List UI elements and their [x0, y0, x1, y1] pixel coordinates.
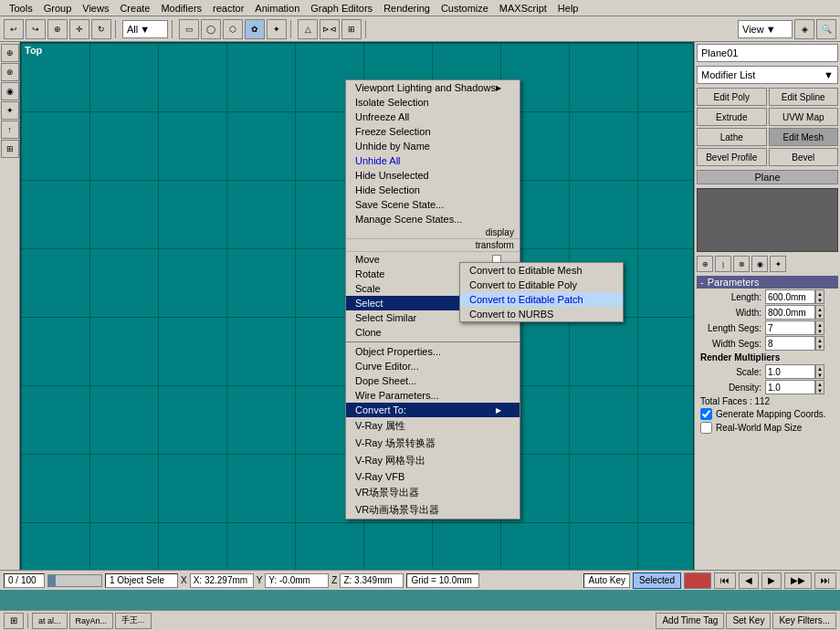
- select-button[interactable]: ⊕: [47, 19, 68, 39]
- ctx-curve-editor[interactable]: Curve Editor...: [346, 359, 520, 373]
- real-world-map-checkbox[interactable]: [700, 422, 712, 434]
- ctx-vray-scene-converter[interactable]: V-Ray 场景转换器: [346, 435, 520, 452]
- left-tool-1[interactable]: ⊕: [1, 44, 19, 62]
- ctx-unhide-by-name[interactable]: Unhide by Name: [346, 139, 520, 153]
- left-tool-2[interactable]: ⊗: [1, 63, 19, 81]
- length-spin[interactable]: ▲ ▼: [815, 289, 824, 304]
- scale-value[interactable]: 1.0: [765, 364, 815, 379]
- taskbar-item-1[interactable]: at al...: [32, 613, 68, 629]
- menu-modifiers[interactable]: Modifiers: [155, 0, 207, 16]
- taskbar-item-2[interactable]: RayAn...: [69, 613, 114, 629]
- length-spin-down[interactable]: ▼: [816, 297, 824, 303]
- width-segs-spin[interactable]: ▲ ▼: [815, 336, 824, 351]
- menu-group[interactable]: Group: [38, 0, 78, 16]
- sub-ctx-editable-poly[interactable]: Convert to Editable Poly: [460, 278, 623, 292]
- panel-icon-5[interactable]: ✦: [770, 256, 786, 272]
- y-coord[interactable]: Y: -0.0mm: [265, 573, 329, 588]
- key-filters-btn[interactable]: ⏮: [714, 572, 736, 589]
- taskbar-item-3[interactable]: 手王...: [115, 613, 152, 629]
- next-frame-btn[interactable]: ▶▶: [784, 572, 812, 589]
- menu-customize[interactable]: Customize: [436, 0, 494, 16]
- ctx-vray-attr[interactable]: V-Ray 属性: [346, 417, 520, 435]
- play-btn[interactable]: ▶: [761, 572, 782, 589]
- ctx-viewport-lighting[interactable]: Viewport Lighting and Shadows ▶: [346, 80, 520, 95]
- panel-icon-3[interactable]: ⊗: [733, 256, 750, 272]
- last-frame-btn[interactable]: ⏭: [814, 572, 836, 589]
- menu-reactor[interactable]: reactor: [207, 0, 249, 16]
- ctx-wire-parameters[interactable]: Wire Parameters...: [346, 388, 520, 403]
- sub-ctx-editable-patch[interactable]: Convert to Editable Patch: [460, 292, 623, 307]
- ctx-object-properties[interactable]: Object Properties...: [346, 344, 520, 359]
- edit-spline-btn[interactable]: Edit Spline: [769, 88, 839, 106]
- scale-spin[interactable]: ▲ ▼: [815, 364, 824, 379]
- start-button[interactable]: ⊞: [4, 613, 24, 629]
- select-rect-button[interactable]: ▭: [179, 19, 199, 39]
- select-fence-button[interactable]: ⬡: [223, 19, 243, 39]
- ctx-hide-selection[interactable]: Hide Selection: [346, 183, 520, 197]
- density-spin[interactable]: ▲ ▼: [815, 380, 824, 394]
- length-segs-spin[interactable]: ▲ ▼: [815, 320, 824, 335]
- width-spin-up[interactable]: ▲: [816, 306, 824, 312]
- width-segs-value[interactable]: 8: [765, 336, 815, 351]
- undo-button[interactable]: ↩: [4, 19, 24, 39]
- key-filters-btn2[interactable]: Key Filters...: [772, 613, 836, 629]
- sub-ctx-editable-mesh[interactable]: Convert to Editable Mesh: [460, 263, 623, 278]
- density-spin-down[interactable]: ▼: [816, 387, 824, 394]
- menu-maxscript[interactable]: MAXScript: [494, 0, 552, 16]
- panel-icon-2[interactable]: |: [715, 256, 731, 272]
- width-spin[interactable]: ▲ ▼: [815, 305, 824, 320]
- ctx-dope-sheet[interactable]: Dope Sheet...: [346, 373, 520, 388]
- ctx-vr-scene-export[interactable]: VR场景导出器: [346, 484, 520, 501]
- menu-create[interactable]: Create: [114, 0, 155, 16]
- length-spin-up[interactable]: ▲: [816, 290, 824, 297]
- array-button[interactable]: ⊞: [341, 19, 362, 39]
- move-button[interactable]: ✛: [69, 19, 89, 39]
- ctx-freeze-selection[interactable]: Freeze Selection: [346, 124, 520, 139]
- viewport[interactable]: Top Viewport Lighting and Shadows ▶ Isol…: [20, 42, 694, 590]
- panel-icon-4[interactable]: ◉: [751, 256, 768, 272]
- ctx-isolate-selection[interactable]: Isolate Selection: [346, 95, 520, 110]
- scale-spin-up[interactable]: ▲: [816, 365, 824, 372]
- ctx-manage-scene-states[interactable]: Manage Scene States...: [346, 212, 520, 226]
- density-value[interactable]: 1.0: [765, 380, 815, 394]
- gen-mapping-coords-checkbox[interactable]: [700, 408, 712, 420]
- bevel-profile-btn[interactable]: Bevel Profile: [697, 148, 767, 166]
- left-tool-6[interactable]: ⊞: [1, 140, 19, 158]
- ctx-vray-mesh-export[interactable]: V-Ray 网格导出: [346, 452, 520, 469]
- width-spin-down[interactable]: ▼: [816, 312, 824, 319]
- ctx-unhide-all[interactable]: Unhide All: [346, 153, 520, 168]
- ctx-save-scene-state[interactable]: Save Scene State...: [346, 197, 520, 212]
- zoom-button[interactable]: 🔍: [816, 19, 836, 39]
- ctx-vray-vfb[interactable]: V-Ray VFB: [346, 469, 520, 484]
- add-time-tag-btn[interactable]: Add Time Tag: [656, 613, 724, 629]
- menu-help[interactable]: Help: [552, 0, 584, 16]
- bevel-btn[interactable]: Bevel: [769, 148, 839, 166]
- panel-icon-1[interactable]: ⊕: [697, 256, 713, 272]
- menu-animation[interactable]: Animation: [249, 0, 305, 16]
- prev-frame-btn[interactable]: ◀: [739, 572, 759, 589]
- left-tool-5[interactable]: ↑: [1, 121, 19, 139]
- selected-status[interactable]: Selected: [633, 572, 681, 589]
- filter-dropdown[interactable]: All ▼: [122, 20, 168, 38]
- time-slider[interactable]: [47, 574, 102, 587]
- left-tool-4[interactable]: ✦: [1, 101, 19, 120]
- animate-button[interactable]: [684, 572, 711, 589]
- uvw-map-btn[interactable]: UVW Map: [769, 108, 839, 126]
- redo-button[interactable]: ↪: [26, 19, 46, 39]
- ctx-unfreeze-all[interactable]: Unfreeze All: [346, 110, 520, 124]
- ctx-hide-unselected[interactable]: Hide Unselected: [346, 168, 520, 183]
- width-segs-spin-up[interactable]: ▲: [816, 337, 824, 343]
- z-coord[interactable]: Z: 3.349mm: [340, 573, 404, 588]
- view-dropdown[interactable]: View ▼: [738, 20, 793, 38]
- ctx-convert-to[interactable]: Convert To: ▶: [346, 403, 520, 417]
- length-value[interactable]: 600.0mm: [765, 289, 815, 304]
- left-tool-3[interactable]: ◉: [1, 82, 19, 100]
- select-circle-button[interactable]: ◯: [201, 19, 221, 39]
- density-spin-up[interactable]: ▲: [816, 381, 824, 387]
- edit-poly-btn[interactable]: Edit Poly: [697, 88, 767, 106]
- rotate-button[interactable]: ↻: [91, 19, 111, 39]
- lathe-btn[interactable]: Lathe: [697, 128, 767, 146]
- width-value[interactable]: 800.0mm: [765, 305, 815, 320]
- edit-mesh-btn[interactable]: Edit Mesh: [769, 128, 839, 146]
- menu-tools[interactable]: Tools: [4, 0, 38, 16]
